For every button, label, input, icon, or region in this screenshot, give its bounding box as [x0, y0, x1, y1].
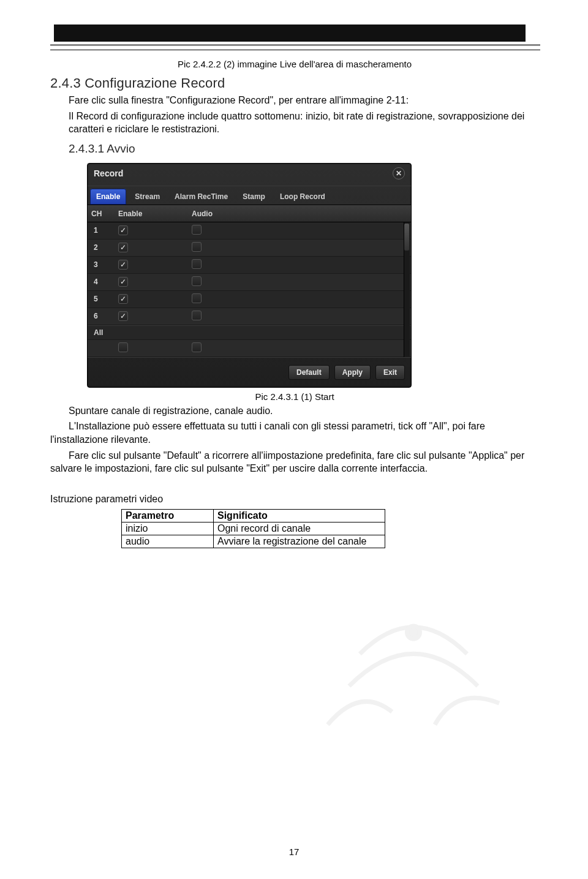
row-ch: 1: [91, 226, 118, 235]
param-row: audio Avviare la registrazione del canal…: [122, 535, 385, 548]
param-table-header: Parametro Significato: [122, 510, 385, 522]
paragraph-3: Spuntare canale di registrazione, canale…: [69, 404, 539, 418]
col-enable: Enable: [118, 209, 192, 218]
paragraph-intro-2: Il Record di configurazione include quat…: [69, 110, 539, 136]
tab-loop-record[interactable]: Loop Record: [274, 189, 331, 205]
tab-enable[interactable]: Enable: [90, 189, 126, 205]
page-number: 17: [0, 847, 588, 857]
col-audio: Audio: [192, 209, 399, 218]
dialog-footer: Default Apply Exit: [88, 357, 411, 387]
checkbox-audio[interactable]: [192, 311, 202, 320]
caption-prev-figure: Pic 2.4.2.2 (2) immagine Live dell'area …: [50, 59, 539, 69]
param-table: Parametro Significato inizio Ogni record…: [121, 509, 385, 548]
td-param: inizio: [122, 522, 214, 535]
th-parametro: Parametro: [122, 510, 214, 522]
instruction-heading: Istruzione parametri video: [50, 492, 539, 506]
checkbox-audio[interactable]: [192, 242, 202, 252]
checkbox-enable-all[interactable]: [118, 342, 128, 352]
tab-stamp[interactable]: Stamp: [236, 189, 271, 205]
th-significato: Significato: [214, 510, 385, 522]
td-meaning: Avviare la registrazione del canale: [214, 535, 385, 548]
row-ch: 6: [91, 312, 118, 320]
checkbox-enable[interactable]: [118, 225, 128, 235]
paragraph-4: L'Installazione può essere effettuata su…: [50, 420, 539, 446]
checkbox-enable[interactable]: [118, 243, 128, 252]
checkbox-audio-all[interactable]: [192, 342, 202, 352]
dialog-title: Record: [94, 168, 123, 178]
exit-button[interactable]: Exit: [375, 365, 405, 380]
table-row: 3: [88, 257, 411, 274]
tab-row: Enable Stream Alarm RecTime Stamp Loop R…: [88, 186, 411, 205]
table-row: 1: [88, 222, 411, 240]
row-ch: 3: [91, 260, 118, 269]
checkbox-audio[interactable]: [192, 293, 202, 303]
row-ch: 2: [91, 243, 118, 252]
row-ch: 4: [91, 277, 118, 286]
checkbox-enable[interactable]: [118, 260, 128, 270]
table-row: 5: [88, 291, 411, 308]
apply-button[interactable]: Apply: [334, 365, 371, 380]
td-param: audio: [122, 535, 214, 548]
row-all-label: All: [91, 328, 118, 337]
default-button[interactable]: Default: [288, 365, 330, 380]
col-ch: CH: [91, 209, 118, 218]
close-icon[interactable]: ✕: [393, 167, 405, 179]
scrollbar[interactable]: [404, 222, 410, 357]
paragraph-intro-1: Fare clic sulla finestra "Configurazione…: [69, 94, 539, 107]
heading-2-4-3: 2.4.3 Configurazione Record: [50, 75, 539, 91]
checkbox-enable[interactable]: [118, 294, 128, 304]
watermark-icon: [306, 536, 521, 750]
tab-stream[interactable]: Stream: [129, 189, 166, 205]
checkbox-audio[interactable]: [192, 259, 202, 269]
paragraph-5: Fare clic sul pulsante "Default" a ricor…: [50, 449, 539, 475]
table-body: 1 2 3 4: [88, 222, 411, 357]
caption-figure: Pic 2.4.3.1 (1) Start: [50, 391, 539, 402]
checkbox-audio[interactable]: [192, 276, 202, 286]
param-row: inizio Ogni record di canale: [122, 522, 385, 535]
checkbox-enable[interactable]: [118, 277, 128, 287]
heading-2-4-3-1: 2.4.3.1 Avvio: [69, 142, 539, 156]
scrollbar-thumb[interactable]: [404, 224, 409, 251]
svg-point-0: [407, 626, 420, 639]
paragraph-intro-2-text: Il Record di configurazione include quat…: [69, 111, 524, 135]
checkbox-enable[interactable]: [118, 311, 128, 321]
row-ch: 5: [91, 295, 118, 303]
checkbox-audio[interactable]: [192, 225, 202, 235]
record-dialog: Record ✕ Enable Stream Alarm RecTime Sta…: [87, 163, 412, 388]
table-header: CH Enable Audio: [88, 205, 411, 222]
td-meaning: Ogni record di canale: [214, 522, 385, 535]
table-row-all: All: [88, 325, 411, 340]
table-row: 2: [88, 240, 411, 257]
table-row: 6: [88, 308, 411, 325]
table-row-all-checks: [88, 340, 411, 357]
header-bar: [50, 25, 539, 50]
tab-alarm-rectime[interactable]: Alarm RecTime: [168, 189, 234, 205]
dialog-titlebar: Record ✕: [88, 164, 411, 186]
table-row: 4: [88, 274, 411, 291]
